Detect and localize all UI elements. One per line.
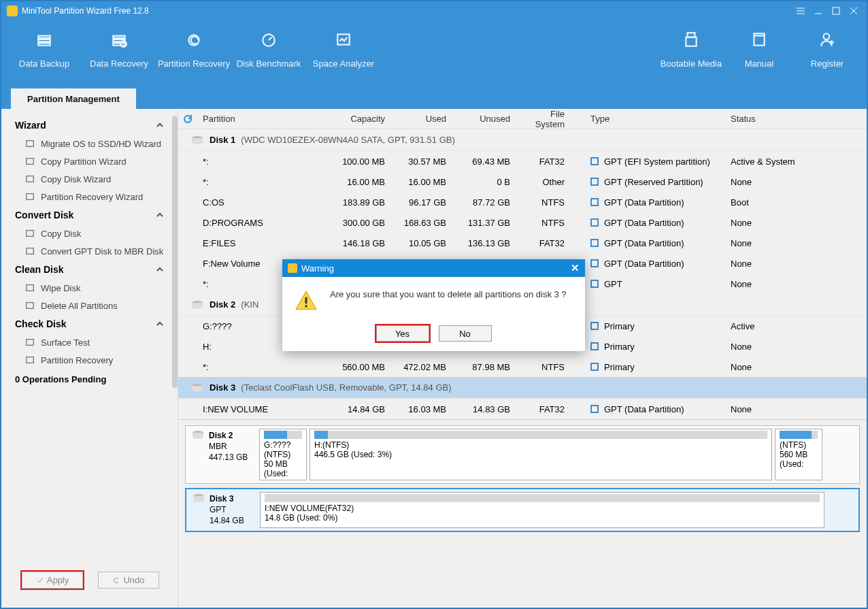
diskmap-segment[interactable]: G:????(NTFS)50 MB (Used: [259, 429, 307, 480]
sidebar-item[interactable]: Copy Disk Wizard [1, 170, 178, 188]
partition-row[interactable]: *: 100.00 MB 30.57 MB 69.43 MB FAT32 GPT… [178, 151, 867, 171]
item-icon [24, 355, 35, 365]
tb-label: Partition Recovery [158, 59, 230, 69]
type-color-icon [590, 259, 599, 267]
disk-icon [190, 300, 204, 310]
diskmap-segment[interactable]: (NTFS)560 MB (Used: [775, 429, 822, 480]
disk-header-row[interactable]: Disk 1 (WDC WD10EZEX-08WN4A0 SATA, GPT, … [178, 129, 867, 151]
type-color-icon [590, 239, 599, 247]
sidebar-item[interactable]: Surface Test [1, 333, 178, 351]
diskmap-row[interactable]: Disk 3GPT14.84 GB I:NEW VOLUME(FAT32)14.… [185, 488, 860, 532]
sidebar-item[interactable]: Delete All Partitions [1, 297, 178, 314]
partition-row[interactable]: C:OS 183.89 GB 96.17 GB 87.72 GB NTFS GP… [178, 192, 867, 212]
partition-row[interactable]: D:PROGRAMS 300.00 GB 168.63 GB 131.37 GB… [178, 212, 867, 233]
svg-rect-14 [27, 248, 34, 254]
col-unused[interactable]: Unused [452, 114, 516, 124]
type-color-icon [590, 342, 599, 350]
warning-icon [295, 289, 318, 314]
type-color-icon [590, 280, 599, 288]
diskmap-segment[interactable]: I:NEW VOLUME(FAT32)14.8 GB (Used: 0%) [260, 492, 824, 528]
grid-header: Partition Capacity Used Unused File Syst… [178, 109, 867, 129]
tb-user[interactable]: Register [793, 27, 861, 69]
svg-rect-11 [27, 176, 34, 182]
diskmap-row[interactable]: Disk 2MBR447.13 GB G:????(NTFS)50 MB (Us… [185, 425, 860, 484]
diskmap-label: Disk 3GPT14.84 GB [189, 492, 257, 528]
col-type[interactable]: Type [585, 114, 725, 124]
sidebar-item-label: Wipe Disk [41, 283, 81, 293]
sidebar-item[interactable]: Wipe Disk [1, 279, 178, 297]
tb-label: Manual [745, 59, 774, 69]
undo-button[interactable]: Undo [98, 572, 159, 589]
sidebar-group[interactable]: Check Disk [1, 314, 178, 333]
sidebar-group[interactable]: Convert Disk [1, 205, 178, 225]
sidebar-scrollbar[interactable] [172, 116, 178, 388]
warning-dialog: Warning ✕ Are you sure that you want to … [282, 259, 585, 351]
tb-usb[interactable]: Bootable Media [657, 27, 725, 69]
tb-label: Disk Benchmark [237, 59, 301, 69]
tb-label: Bootable Media [661, 59, 722, 69]
sidebar-item[interactable]: Copy Partition Wizard [1, 152, 178, 170]
partition-row[interactable]: E:FILES 146.18 GB 10.05 GB 136.13 GB FAT… [178, 233, 867, 253]
sidebar-item[interactable]: Partition Recovery [1, 351, 178, 369]
type-color-icon [590, 198, 599, 206]
col-partition[interactable]: Partition [197, 114, 327, 124]
minimize-button[interactable] [811, 3, 826, 18]
col-status[interactable]: Status [725, 114, 807, 124]
disk-icon [190, 135, 204, 145]
svg-rect-13 [27, 231, 34, 237]
sidebar: WizardMigrate OS to SSD/HD WizardCopy Pa… [1, 109, 178, 608]
sidebar-item-label: Copy Disk [41, 229, 81, 239]
tb-book[interactable]: Manual [725, 27, 793, 69]
sidebar-item[interactable]: Partition Recovery Wizard [1, 188, 178, 205]
sidebar-item[interactable]: Copy Disk [1, 225, 178, 242]
sidebar-item-label: Convert GPT Disk to MBR Disk [41, 246, 163, 257]
disk-icon [190, 383, 204, 393]
item-icon [24, 282, 35, 293]
dialog-yes-button[interactable]: Yes [376, 325, 429, 342]
main-toolbar: Data Backup Data Recovery Partition Reco… [1, 20, 867, 88]
svg-rect-18 [27, 357, 34, 363]
tab-bar: Partition Management [1, 88, 867, 109]
item-icon [24, 300, 35, 311]
menu-icon[interactable] [793, 3, 808, 18]
type-color-icon [590, 178, 599, 186]
app-logo-icon [7, 5, 18, 16]
type-color-icon [590, 322, 599, 330]
refresh-icon[interactable] [178, 114, 197, 125]
dialog-no-button[interactable]: No [439, 325, 492, 342]
tb-backup[interactable]: Data Backup [7, 27, 82, 69]
sidebar-group[interactable]: Clean Disk [1, 260, 178, 279]
type-color-icon [590, 405, 599, 413]
sidebar-group[interactable]: Wizard [1, 116, 178, 135]
item-icon [24, 174, 35, 184]
tb-space[interactable]: Space Analyzer [306, 27, 381, 69]
tab-partition-management[interactable]: Partition Management [11, 88, 136, 109]
user-icon [815, 27, 839, 52]
operations-pending: 0 Operations Pending [1, 369, 178, 390]
diskmap-segment[interactable]: H:(NTFS)446.5 GB (Used: 3%) [310, 429, 772, 480]
col-filesystem[interactable]: File System [516, 109, 585, 129]
partition-row[interactable]: *: 560.00 MB 472.02 MB 87.98 MB NTFS Pri… [178, 357, 867, 377]
disk-header-row[interactable]: Disk 3 (Teclast CoolFlash USB, Removable… [178, 377, 867, 399]
maximize-button[interactable] [829, 3, 844, 18]
dialog-title-bar[interactable]: Warning ✕ [282, 259, 585, 277]
type-color-icon [590, 157, 599, 165]
dialog-close-icon[interactable]: ✕ [571, 262, 580, 274]
tb-bench[interactable]: Disk Benchmark [231, 27, 306, 69]
tb-label: Data Backup [19, 59, 69, 69]
tb-label: Register [811, 59, 844, 69]
partition-row[interactable]: I:NEW VOLUME 14.84 GB 16.03 MB 14.83 GB … [178, 399, 867, 419]
col-used[interactable]: Used [390, 114, 452, 124]
tb-recovery[interactable]: Data Recovery [82, 27, 156, 69]
partition-row[interactable]: *: 16.00 MB 16.00 MB 0 B Other GPT (Rese… [178, 171, 867, 192]
col-capacity[interactable]: Capacity [327, 114, 390, 124]
close-button[interactable] [846, 3, 861, 18]
sidebar-item-label: Partition Recovery Wizard [41, 192, 143, 202]
sidebar-item[interactable]: Migrate OS to SSD/HD Wizard [1, 135, 178, 152]
svg-point-3 [263, 34, 274, 46]
item-icon [24, 228, 35, 239]
sidebar-item[interactable]: Convert GPT Disk to MBR Disk [1, 242, 178, 260]
tb-part-recov[interactable]: Partition Recovery [156, 27, 231, 69]
apply-button[interactable]: Apply [22, 572, 83, 589]
item-icon [24, 246, 35, 257]
